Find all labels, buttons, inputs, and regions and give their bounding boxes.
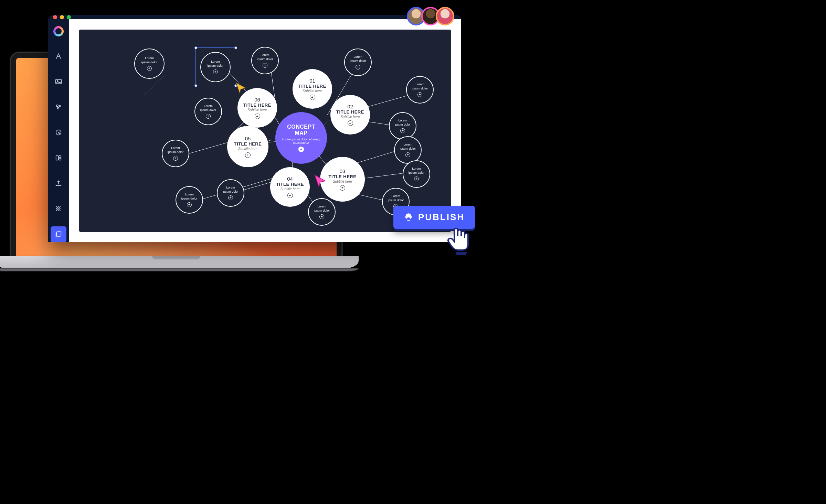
tool-background[interactable]: [51, 201, 66, 217]
center-subtitle: Lorem ipsum dolor sit amet, consectetur: [275, 138, 327, 144]
title-node-02[interactable]: 02 TITLE HERE Subtitle here +: [330, 95, 370, 135]
window-titlebar: [48, 15, 461, 19]
plus-icon[interactable]: +: [348, 120, 353, 126]
avatar-user-3[interactable]: [436, 7, 454, 25]
plus-icon[interactable]: +: [255, 114, 260, 119]
plus-icon[interactable]: +: [400, 128, 405, 133]
plus-icon[interactable]: +: [356, 65, 360, 69]
plus-icon[interactable]: +: [298, 147, 304, 152]
leaf-node[interactable]: Loremipsum dolor+: [394, 136, 422, 164]
plus-icon[interactable]: +: [213, 69, 218, 74]
title-node-05[interactable]: 05 TITLE HERE Subtitle here +: [227, 126, 268, 167]
tool-upload[interactable]: [51, 175, 66, 191]
leaf-node[interactable]: Loremipsum dolor+: [403, 160, 430, 188]
laptop-base: [0, 256, 359, 268]
center-title-2: MAP: [295, 130, 307, 136]
tool-elements[interactable]: [51, 99, 66, 115]
center-node[interactable]: CONCEPTMAP Lorem ipsum dolor sit amet, c…: [275, 112, 327, 164]
plus-icon[interactable]: +: [187, 202, 192, 207]
plus-icon[interactable]: +: [405, 152, 410, 157]
svg-rect-9: [57, 232, 61, 236]
svg-point-2: [56, 105, 59, 107]
plus-icon[interactable]: +: [206, 114, 211, 119]
plus-icon[interactable]: +: [340, 185, 345, 191]
svg-rect-7: [59, 156, 61, 158]
leaf-node[interactable]: Loremipsum dolor+: [217, 179, 244, 207]
plus-icon[interactable]: +: [287, 193, 293, 198]
tool-layout[interactable]: [51, 150, 66, 166]
resize-handle-bl[interactable]: [194, 84, 197, 87]
plus-icon[interactable]: +: [147, 66, 152, 71]
window-zoom-icon[interactable]: [67, 15, 71, 19]
leaf-node[interactable]: Loremipsum dolor+: [134, 49, 165, 79]
leaf-node[interactable]: Loremipsum dolor+: [162, 140, 189, 167]
plus-icon[interactable]: +: [173, 156, 178, 161]
app-logo-icon[interactable]: [53, 26, 64, 36]
rocket-icon: [404, 213, 413, 222]
leaf-node[interactable]: Loremipsum dolor+: [194, 98, 222, 125]
collaborator-avatars: [411, 7, 454, 25]
leaf-node[interactable]: Loremipsum dolor+: [308, 198, 336, 226]
plus-icon[interactable]: +: [319, 214, 324, 219]
tool-pages[interactable]: [51, 226, 66, 242]
leaf-node[interactable]: Loremipsum dolor+: [176, 186, 203, 214]
title-node-04[interactable]: 04 TITLE HERE Subtitle here +: [270, 167, 310, 207]
tool-text[interactable]: [51, 48, 66, 64]
plus-icon[interactable]: +: [417, 92, 422, 97]
title-node-01[interactable]: 01 TITLE HERE Subtitle here +: [293, 69, 332, 109]
leaf-node-selected[interactable]: Loremipsum dolor+: [200, 52, 231, 82]
resize-handle-tr[interactable]: [234, 46, 237, 49]
plus-icon[interactable]: +: [310, 95, 315, 100]
leaf-node[interactable]: Loremipsum dolor+: [389, 112, 416, 140]
leaf-node[interactable]: Loremipsum dolor+: [251, 47, 279, 74]
plus-icon[interactable]: +: [414, 176, 419, 181]
canvas[interactable]: CONCEPTMAP Lorem ipsum dolor sit amet, c…: [79, 30, 451, 232]
title-node-06[interactable]: 06 TITLE HERE Subtitle here +: [237, 88, 277, 128]
tool-interactive[interactable]: [51, 125, 66, 140]
center-title-1: CONCEPT: [287, 124, 315, 130]
svg-rect-6: [56, 156, 58, 160]
plus-icon[interactable]: +: [228, 195, 233, 200]
svg-point-4: [57, 107, 59, 109]
publish-label: PUBLISH: [418, 212, 465, 223]
resize-handle-br[interactable]: [234, 84, 237, 87]
svg-rect-8: [59, 158, 61, 160]
leaf-node[interactable]: Loremipsum dolor+: [406, 76, 434, 104]
window-minimize-icon[interactable]: [60, 15, 64, 19]
plus-icon[interactable]: +: [245, 152, 251, 158]
tool-sidebar: [48, 19, 69, 242]
resize-handle-tl[interactable]: [194, 46, 197, 49]
plus-icon[interactable]: +: [263, 63, 267, 68]
publish-button[interactable]: PUBLISH: [393, 206, 475, 229]
title-node-03[interactable]: 03 TITLE HERE Subtitle here +: [320, 157, 365, 202]
svg-point-3: [59, 105, 61, 107]
tool-image[interactable]: [51, 74, 66, 89]
leaf-node[interactable]: Loremipsum dolor+: [344, 49, 372, 76]
window-close-icon[interactable]: [53, 15, 57, 19]
